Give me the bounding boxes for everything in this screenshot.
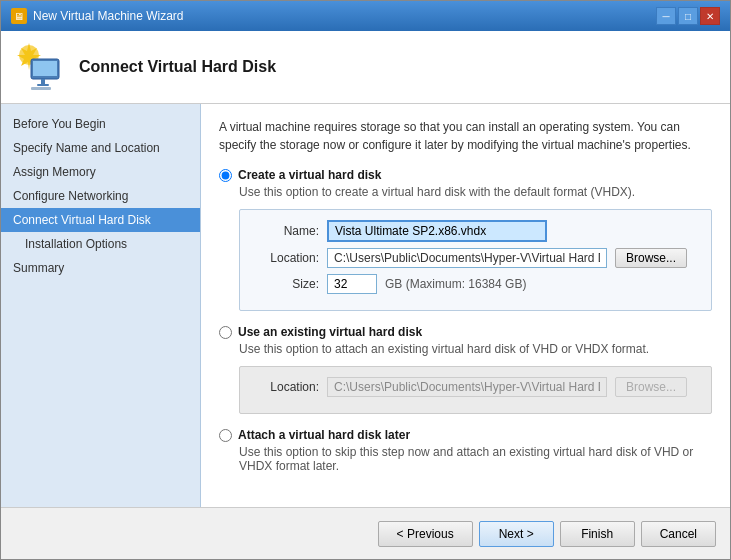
svg-rect-4 [41,79,45,84]
option-create-vhd-desc: Use this option to create a virtual hard… [239,185,712,199]
create-vhd-box: Name: Location: Browse... Size: GB (Maxi… [239,209,712,311]
sidebar-item-networking[interactable]: Configure Networking [1,184,200,208]
location-input[interactable] [327,248,607,268]
location-label: Location: [254,251,319,265]
content-description: A virtual machine requires storage so th… [219,118,712,154]
svg-rect-3 [33,61,57,76]
header-section: Connect Virtual Hard Disk [1,31,730,104]
svg-rect-6 [31,87,51,90]
footer: < Previous Next > Finish Cancel [1,507,730,559]
content-area: A virtual machine requires storage so th… [201,104,730,507]
name-label: Name: [254,224,319,238]
name-row: Name: [254,220,697,242]
browse-button[interactable]: Browse... [615,248,687,268]
close-button[interactable]: ✕ [700,7,720,25]
finish-button[interactable]: Finish [560,521,635,547]
title-bar: 🖥 New Virtual Machine Wizard ─ □ ✕ [1,1,730,31]
page-title: Connect Virtual Hard Disk [79,58,276,76]
main-window: 🖥 New Virtual Machine Wizard ─ □ ✕ [0,0,731,560]
size-row: Size: GB (Maximum: 16384 GB) [254,274,697,294]
size-suffix: GB (Maximum: 16384 GB) [385,277,526,291]
location-row: Location: Browse... [254,248,697,268]
cancel-button[interactable]: Cancel [641,521,716,547]
maximize-button[interactable]: □ [678,7,698,25]
size-label: Size: [254,277,319,291]
sidebar-item-name-location[interactable]: Specify Name and Location [1,136,200,160]
app-icon: 🖥 [11,8,27,24]
size-input[interactable] [327,274,377,294]
option-create-vhd-label[interactable]: Create a virtual hard disk [219,168,712,182]
next-button[interactable]: Next > [479,521,554,547]
existing-browse-button: Browse... [615,377,687,397]
title-controls: ─ □ ✕ [656,7,720,25]
option-attach-later-radio[interactable] [219,429,232,442]
previous-button[interactable]: < Previous [378,521,473,547]
existing-location-row: Location: Browse... [254,377,697,397]
existing-location-label: Location: [254,380,319,394]
existing-location-input [327,377,607,397]
svg-rect-5 [37,84,49,86]
sidebar-item-vhd[interactable]: Connect Virtual Hard Disk [1,208,200,232]
window-title: New Virtual Machine Wizard [33,9,184,23]
sidebar-item-assign-memory[interactable]: Assign Memory [1,160,200,184]
sidebar: Before You Begin Specify Name and Locati… [1,104,201,507]
header-icon [17,43,65,91]
existing-vhd-box: Location: Browse... [239,366,712,414]
title-bar-left: 🖥 New Virtual Machine Wizard [11,8,184,24]
sidebar-item-summary[interactable]: Summary [1,256,200,280]
main-content: Before You Begin Specify Name and Locati… [1,104,730,507]
option-existing-vhd-radio[interactable] [219,326,232,339]
option-attach-later-label[interactable]: Attach a virtual hard disk later [219,428,712,442]
option-attach-later-desc: Use this option to skip this step now an… [239,445,712,473]
sidebar-item-before-you-begin[interactable]: Before You Begin [1,112,200,136]
sidebar-item-installation[interactable]: Installation Options [1,232,200,256]
name-input[interactable] [327,220,547,242]
option-attach-later-group: Attach a virtual hard disk later Use thi… [219,428,712,473]
option-create-vhd-radio[interactable] [219,169,232,182]
minimize-button[interactable]: ─ [656,7,676,25]
option-create-vhd-group: Create a virtual hard disk Use this opti… [219,168,712,311]
option-existing-vhd-desc: Use this option to attach an existing vi… [239,342,712,356]
option-existing-vhd-label[interactable]: Use an existing virtual hard disk [219,325,712,339]
option-existing-vhd-group: Use an existing virtual hard disk Use th… [219,325,712,414]
